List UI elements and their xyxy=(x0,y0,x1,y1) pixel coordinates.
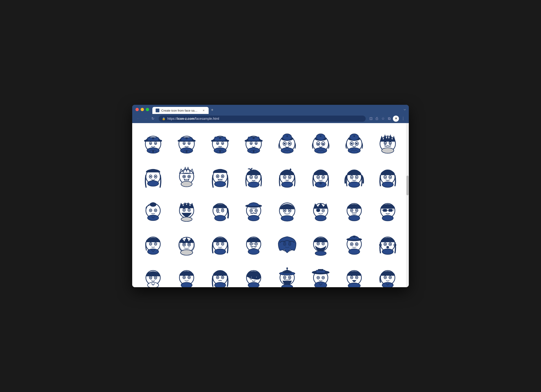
face-icon-8[interactable] xyxy=(372,125,404,158)
svg-point-177 xyxy=(284,210,286,211)
face-icon-36[interactable] xyxy=(237,260,270,287)
split-view-button[interactable]: ⧉ xyxy=(387,115,391,122)
face-icon-28[interactable] xyxy=(237,226,270,259)
back-button[interactable]: ← xyxy=(135,115,142,122)
share-button[interactable]: ⎙ xyxy=(375,115,379,122)
svg-point-49 xyxy=(285,143,286,143)
svg-point-63 xyxy=(348,148,360,153)
face-icon-19[interactable] xyxy=(204,193,237,225)
face-icon-37[interactable] xyxy=(271,260,304,287)
face-icon-23[interactable] xyxy=(338,193,371,225)
face-icon-30[interactable] xyxy=(304,226,337,259)
address-bar[interactable]: 🔒 https://icon-z.com/facesample.html xyxy=(159,115,366,122)
face-icon-33[interactable] xyxy=(137,260,169,287)
svg-point-217 xyxy=(215,249,226,255)
cast-button[interactable]: ⊡ xyxy=(369,115,373,122)
svg-point-129 xyxy=(323,176,324,177)
face-icon-35[interactable] xyxy=(204,260,237,287)
svg-point-113 xyxy=(248,182,259,188)
face-icon-20[interactable] xyxy=(237,193,270,225)
face-icon-34[interactable] xyxy=(170,260,203,287)
navigation-bar: ← → ↻ 🔒 https://icon-z.com/facesample.ht… xyxy=(132,114,409,123)
face-icon-13[interactable] xyxy=(271,159,304,192)
svg-point-191 xyxy=(349,215,360,221)
svg-point-179 xyxy=(281,216,293,221)
svg-point-120 xyxy=(285,176,285,177)
svg-point-83 xyxy=(155,176,156,177)
svg-point-221 xyxy=(250,243,252,245)
svg-point-34 xyxy=(253,137,255,139)
scrollbar[interactable] xyxy=(406,123,409,287)
svg-point-305 xyxy=(351,277,352,278)
face-icon-10[interactable] xyxy=(170,159,203,192)
face-icon-5[interactable] xyxy=(271,125,304,158)
svg-point-98 xyxy=(217,176,218,177)
face-icon-39[interactable] xyxy=(338,260,371,287)
minimize-button[interactable] xyxy=(141,108,144,111)
face-icon-11[interactable] xyxy=(204,159,237,192)
face-icon-22[interactable] xyxy=(304,193,337,225)
svg-point-66 xyxy=(354,135,355,137)
svg-point-306 xyxy=(356,277,358,278)
svg-point-165 xyxy=(222,210,223,211)
face-icon-4[interactable] xyxy=(237,125,270,158)
svg-point-61 xyxy=(323,143,324,144)
svg-point-146 xyxy=(382,182,393,188)
face-icon-21[interactable] xyxy=(271,193,304,225)
tab-favicon xyxy=(156,109,159,112)
face-icon-12[interactable] xyxy=(237,159,270,192)
close-button[interactable] xyxy=(135,108,139,111)
svg-point-99 xyxy=(222,176,223,177)
face-icon-1[interactable] xyxy=(137,125,169,158)
face-icon-24[interactable] xyxy=(372,193,404,225)
svg-point-273 xyxy=(217,277,218,278)
face-icon-17[interactable] xyxy=(137,193,169,225)
svg-point-254 xyxy=(386,246,389,248)
face-icon-38[interactable] xyxy=(304,260,337,287)
svg-point-252 xyxy=(385,244,386,245)
face-icon-14[interactable] xyxy=(304,159,337,192)
refresh-button[interactable]: ↻ xyxy=(150,115,156,122)
face-icon-25[interactable] xyxy=(137,226,169,259)
svg-point-313 xyxy=(382,282,393,287)
face-icon-6[interactable] xyxy=(304,125,337,158)
face-icon-26[interactable] xyxy=(170,226,203,259)
scrollbar-thumb[interactable] xyxy=(406,176,409,195)
tab-menu-button[interactable]: ⌵ xyxy=(401,105,409,113)
face-icon-3[interactable] xyxy=(204,125,237,158)
tab-close-button[interactable]: ✕ xyxy=(202,109,205,112)
svg-point-7 xyxy=(150,143,151,144)
forward-button[interactable]: → xyxy=(142,115,149,122)
face-icon-18[interactable] xyxy=(170,193,203,225)
face-icon-2[interactable] xyxy=(170,125,203,158)
svg-point-122 xyxy=(282,182,293,188)
face-icon-40[interactable] xyxy=(372,260,404,287)
extension-button[interactable]: ✕ xyxy=(393,115,399,122)
svg-point-178 xyxy=(289,210,291,211)
svg-point-255 xyxy=(382,249,393,255)
maximize-button[interactable] xyxy=(146,108,149,111)
menu-button[interactable]: ⋮ xyxy=(400,115,406,122)
content-area[interactable] xyxy=(132,123,409,287)
svg-point-239 xyxy=(352,238,353,239)
svg-point-274 xyxy=(222,277,223,278)
svg-point-171 xyxy=(250,210,252,211)
svg-rect-29 xyxy=(219,150,221,153)
face-icon-16[interactable] xyxy=(372,159,404,192)
face-icon-31[interactable] xyxy=(338,226,371,259)
svg-point-241 xyxy=(356,238,357,239)
face-icon-29[interactable] xyxy=(271,226,304,259)
face-icon-27[interactable] xyxy=(204,226,237,259)
face-icon-9[interactable] xyxy=(137,159,169,192)
svg-point-209 xyxy=(183,244,185,246)
face-icon-7[interactable] xyxy=(338,125,371,158)
svg-point-158 xyxy=(183,209,185,211)
url-pre: https:// xyxy=(167,117,177,120)
active-tab[interactable]: Create icon from face sample ✕ xyxy=(152,107,209,114)
lock-icon: 🔒 xyxy=(162,117,166,120)
face-icon-15[interactable] xyxy=(338,159,371,192)
bookmark-button[interactable]: ☆ xyxy=(380,115,385,122)
svg-point-78 xyxy=(390,143,391,144)
face-icon-32[interactable] xyxy=(372,226,404,259)
new-tab-button[interactable]: + xyxy=(209,107,216,114)
